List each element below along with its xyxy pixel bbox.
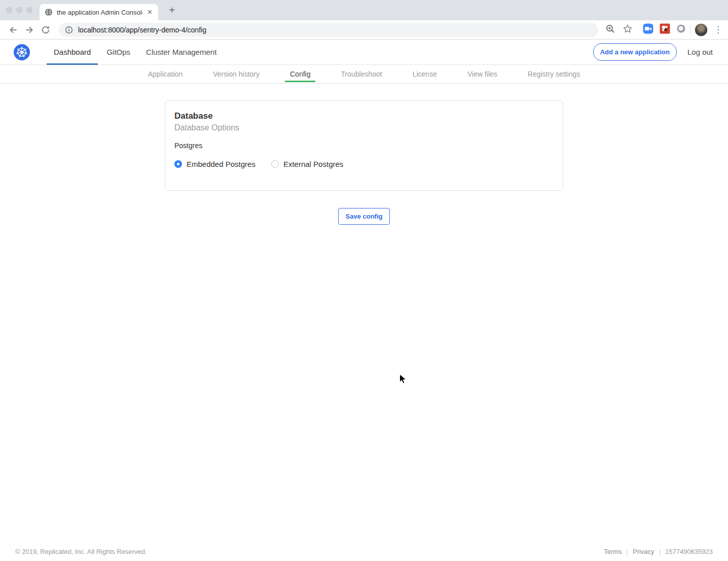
url-bar[interactable]: localhost:8000/app/sentry-demo-4/config bbox=[59, 23, 598, 37]
header-right: Add a new application Log out bbox=[593, 40, 713, 64]
config-group-title: Database bbox=[174, 111, 554, 121]
app-header: Dashboard GitOps Cluster Management Add … bbox=[0, 40, 728, 65]
radio-group-postgres: Embedded Postgres External Postgres bbox=[174, 160, 554, 168]
app-subnav: Application Version history Config Troub… bbox=[0, 65, 728, 84]
kubernetes-logo-icon bbox=[14, 44, 30, 60]
radio-option-embedded-postgres[interactable]: Embedded Postgres bbox=[174, 160, 256, 168]
profile-avatar[interactable] bbox=[695, 23, 708, 37]
tab-registry-settings[interactable]: Registry settings bbox=[523, 65, 585, 83]
radio-option-external-postgres[interactable]: External Postgres bbox=[271, 160, 343, 168]
toolbar-separator bbox=[690, 25, 690, 35]
config-content: Database Database Options Postgres Embed… bbox=[0, 100, 728, 225]
tab-view-files[interactable]: View files bbox=[462, 65, 502, 83]
subnav-label: View files bbox=[467, 70, 497, 78]
nav-item-gitops[interactable]: GitOps bbox=[99, 40, 137, 64]
footer-separator: | bbox=[659, 548, 661, 555]
subnav-label: Application bbox=[148, 70, 183, 78]
tab-config[interactable]: Config bbox=[285, 65, 315, 83]
save-config-button[interactable]: Save config bbox=[338, 208, 390, 225]
browser-menu-icon[interactable]: ⋮ bbox=[714, 24, 722, 35]
window-close-button[interactable] bbox=[6, 7, 12, 13]
window-maximize-button[interactable] bbox=[26, 7, 32, 13]
zoom-meeting-extension-icon[interactable] bbox=[643, 23, 653, 36]
tab-application[interactable]: Application bbox=[143, 65, 188, 83]
nav-item-cluster-management[interactable]: Cluster Management bbox=[139, 40, 224, 64]
window-minimize-button[interactable] bbox=[16, 7, 22, 13]
main-nav: Dashboard GitOps Cluster Management bbox=[47, 40, 225, 64]
config-group-subtitle: Database Options bbox=[174, 123, 554, 132]
tab-troubleshoot[interactable]: Troubleshoot bbox=[336, 65, 387, 83]
bookmark-star-icon[interactable] bbox=[623, 24, 633, 36]
subnav-label: Version history bbox=[213, 70, 260, 78]
mouse-cursor-icon bbox=[399, 374, 407, 387]
radio-selected-icon[interactable] bbox=[174, 160, 182, 168]
window-controls bbox=[6, 7, 32, 13]
nav-label: Dashboard bbox=[54, 48, 91, 56]
page-footer: © 2019, Replicated, Inc. All Rights Rese… bbox=[15, 548, 713, 555]
logout-link[interactable]: Log out bbox=[687, 48, 713, 56]
back-icon[interactable] bbox=[8, 25, 18, 35]
subnav-label: Troubleshoot bbox=[341, 70, 382, 78]
tab-license[interactable]: License bbox=[408, 65, 442, 83]
screen: the application Admin Console × + bbox=[0, 0, 728, 561]
tab-title: the application Admin Console bbox=[57, 9, 142, 16]
reload-icon[interactable] bbox=[41, 25, 51, 35]
browser-toolbar: localhost:8000/app/sentry-demo-4/config bbox=[0, 20, 728, 40]
browser-tab[interactable]: the application Admin Console × bbox=[40, 4, 158, 20]
zoom-page-icon[interactable] bbox=[605, 24, 615, 36]
forward-icon[interactable] bbox=[24, 25, 34, 35]
footer-separator: | bbox=[627, 548, 628, 555]
nav-label: GitOps bbox=[106, 48, 130, 56]
copyright-text: © 2019, Replicated, Inc. All Rights Rese… bbox=[15, 548, 147, 555]
terms-link[interactable]: Terms bbox=[604, 548, 622, 555]
config-item-label: Postgres bbox=[174, 142, 554, 150]
globe-favicon-icon bbox=[45, 8, 53, 16]
radio-label: External Postgres bbox=[283, 160, 343, 168]
tab-close-icon[interactable]: × bbox=[147, 8, 153, 16]
browser-tab-strip: the application Admin Console × + bbox=[0, 0, 728, 20]
subnav-label: Config bbox=[290, 70, 310, 78]
add-new-application-button[interactable]: Add a new application bbox=[593, 43, 677, 61]
new-tab-button[interactable]: + bbox=[166, 5, 177, 16]
config-card: Database Database Options Postgres Embed… bbox=[165, 100, 563, 191]
subnav-label: License bbox=[413, 70, 437, 78]
footer-links: Terms | Privacy | 1577490635923 bbox=[604, 548, 713, 555]
radio-unselected-icon[interactable] bbox=[271, 160, 279, 168]
save-config-row: Save config bbox=[0, 208, 728, 225]
gray-ring-extension-icon[interactable] bbox=[676, 24, 686, 36]
subnav-label: Registry settings bbox=[528, 70, 580, 78]
nav-item-dashboard[interactable]: Dashboard bbox=[47, 40, 98, 64]
radio-label: Embedded Postgres bbox=[187, 160, 256, 168]
nav-label: Cluster Management bbox=[146, 48, 216, 56]
site-info-icon[interactable] bbox=[65, 26, 73, 34]
privacy-link[interactable]: Privacy bbox=[633, 548, 654, 555]
build-number: 1577490635923 bbox=[665, 548, 713, 555]
tab-version-history[interactable]: Version history bbox=[208, 65, 265, 83]
url-text: localhost:8000/app/sentry-demo-4/config bbox=[78, 26, 206, 34]
red-extension-icon[interactable] bbox=[660, 23, 670, 36]
